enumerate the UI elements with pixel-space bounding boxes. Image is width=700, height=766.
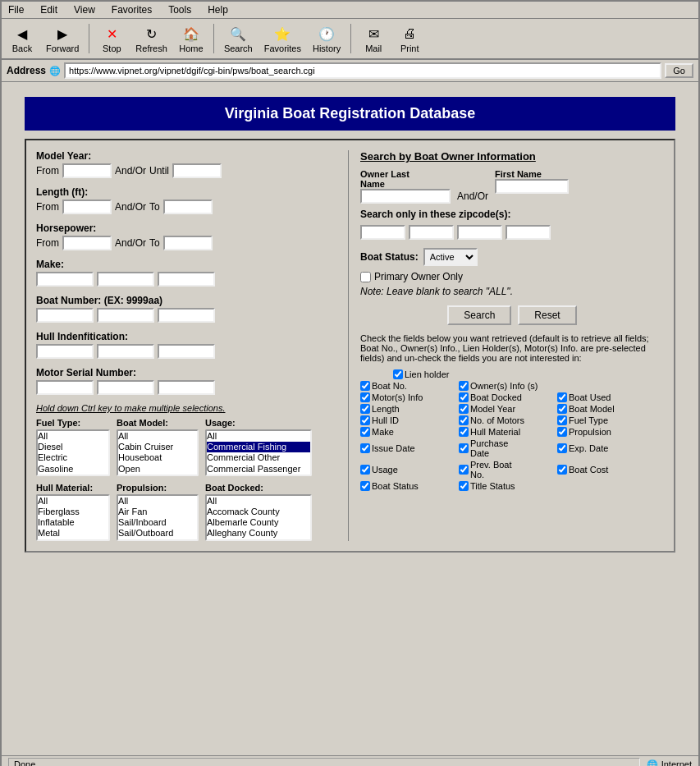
until-label: Until (149, 165, 169, 177)
boat-docked-select[interactable]: All Accomack County Albemarle County All… (205, 494, 312, 541)
menu-view[interactable]: View (71, 3, 98, 16)
first-name-block: First Name (495, 169, 569, 204)
usage-checkbox[interactable] (360, 465, 370, 475)
menu-edit[interactable]: Edit (37, 3, 61, 16)
make-input-1[interactable] (36, 272, 94, 287)
zip-row (360, 225, 664, 240)
boat-model-select[interactable]: All Cabin Cruiser Houseboat Open (117, 429, 199, 476)
motor-serial-input-1[interactable] (36, 380, 94, 395)
hull-material-select[interactable]: All Fiberglass Inflatable Metal (36, 494, 110, 541)
search-button[interactable]: 🔍 Search (221, 22, 256, 55)
favorites-button[interactable]: ⭐ Favorites (261, 22, 304, 55)
motor-serial-group: Motor Serial Number: (36, 367, 340, 395)
motor-serial-input-3[interactable] (158, 380, 215, 395)
fuel-type-select[interactable]: All Diesel Electric Gasoline (36, 429, 110, 476)
menu-help[interactable]: Help (204, 3, 231, 16)
length-checkbox[interactable] (360, 404, 370, 414)
zip-input-1[interactable] (360, 225, 405, 240)
make-checkbox[interactable] (360, 427, 370, 437)
model-year-checkbox[interactable] (459, 404, 469, 414)
length-to[interactable] (163, 200, 213, 214)
make-input-3[interactable] (158, 272, 215, 287)
motor-info-label: Motor(s) Info (372, 392, 423, 402)
stop-button[interactable]: ✕ Stop (96, 22, 127, 55)
horsepower-from[interactable] (62, 236, 112, 250)
fuel-type-checkbox[interactable] (557, 415, 567, 425)
mail-button[interactable]: ✉ Mail (358, 22, 389, 55)
hull-material-checkbox[interactable] (459, 427, 469, 437)
home-button[interactable]: 🏠 Home (176, 22, 207, 55)
make-input-2[interactable] (97, 272, 154, 287)
search-form-button[interactable]: Search (447, 305, 511, 325)
boat-no-checkbox[interactable] (360, 381, 370, 391)
no-motors-checkbox[interactable] (459, 415, 469, 425)
prev-boat-checkbox[interactable] (459, 465, 469, 475)
length-from[interactable] (62, 200, 112, 214)
exp-date-checkbox[interactable] (557, 443, 567, 453)
horsepower-to[interactable] (163, 236, 213, 250)
motor-info-checkbox[interactable] (360, 392, 370, 402)
menu-tools[interactable]: Tools (165, 3, 194, 16)
motor-serial-inputs (36, 380, 340, 395)
history-button[interactable]: 🕐 History (309, 22, 344, 55)
print-button[interactable]: 🖨 Print (394, 22, 425, 55)
mail-icon: ✉ (364, 24, 383, 44)
address-input[interactable] (64, 62, 661, 79)
hull-id-input-1[interactable] (36, 344, 94, 359)
menu-favorites[interactable]: Favorites (108, 3, 155, 16)
cb-boat-used: Boat Used (557, 392, 656, 402)
title-status-checkbox[interactable] (459, 481, 469, 491)
back-button[interactable]: ◀ Back (7, 22, 38, 55)
owner-last-input[interactable] (360, 189, 451, 204)
usage-select[interactable]: All Commercial Fishing Commercial Other … (205, 429, 312, 476)
boat-status-select[interactable]: Active Inactive All (423, 248, 478, 266)
motor-serial-input-2[interactable] (97, 380, 154, 395)
zip-input-4[interactable] (506, 225, 551, 240)
cb-lien-holder: Lien holder (393, 369, 492, 379)
boat-number-input-1[interactable] (36, 308, 94, 323)
issue-date-checkbox[interactable] (360, 443, 370, 453)
boat-number-label: Boat Number: (EX: 9999aa) (36, 295, 340, 306)
propulsion-checkbox[interactable] (557, 427, 567, 437)
cb-exp-date: Exp. Date (557, 438, 656, 458)
first-name-label: First Name (495, 169, 569, 179)
cb-usage: Usage (360, 460, 459, 479)
zip-input-2[interactable] (409, 225, 454, 240)
purchase-date-checkbox[interactable] (459, 443, 469, 453)
refresh-button[interactable]: ↻ Refresh (132, 22, 171, 55)
lien-holder-label: Lien holder (405, 369, 449, 379)
reset-form-button[interactable]: Reset (518, 305, 576, 325)
boat-status-checkbox[interactable] (360, 481, 370, 491)
hull-material-group: Hull Material: All Fiberglass Inflatable… (36, 483, 110, 541)
owner-info-checkbox[interactable] (459, 381, 469, 391)
from-label-hp: From (36, 237, 59, 249)
boat-cost-checkbox[interactable] (557, 465, 567, 475)
toolbar: ◀ Back ▶ Forward ✕ Stop ↻ Refresh 🏠 Home… (2, 19, 698, 60)
boat-number-input-2[interactable] (97, 308, 154, 323)
menu-file[interactable]: File (5, 3, 27, 16)
first-name-input[interactable] (495, 179, 569, 194)
prop-airfan: Air Fan (118, 507, 197, 517)
forward-button[interactable]: ▶ Forward (43, 22, 82, 55)
lien-holder-checkbox[interactable] (393, 369, 403, 379)
primary-owner-checkbox[interactable] (360, 272, 371, 282)
boat-model-checkbox[interactable] (557, 404, 567, 414)
model-year-until[interactable] (172, 163, 222, 178)
boat-docked-checkbox[interactable] (459, 392, 469, 402)
fuel-option-electric: Electric (38, 452, 108, 463)
model-year-from[interactable] (62, 163, 112, 178)
cb-prev-boat: Prev. BoatNo. (459, 460, 557, 479)
content-area: Virginia Boat Registration Database Mode… (2, 82, 698, 755)
hull-id-input-3[interactable] (158, 344, 215, 359)
hull-id-input-2[interactable] (97, 344, 154, 359)
boat-used-checkbox[interactable] (557, 392, 567, 402)
favorites-icon: ⭐ (272, 24, 292, 44)
boat-used-label: Boat Used (569, 392, 611, 402)
zip-input-3[interactable] (457, 225, 502, 240)
cb-owner-info: Owner(s) Info (s) (459, 381, 557, 391)
go-button[interactable]: Go (665, 63, 693, 78)
boat-model-all: All (118, 431, 197, 442)
propulsion-select[interactable]: All Air Fan Sail/Inboard Sail/Outboard (117, 494, 199, 541)
boat-number-input-3[interactable] (158, 308, 215, 323)
hull-id-checkbox[interactable] (360, 415, 370, 425)
